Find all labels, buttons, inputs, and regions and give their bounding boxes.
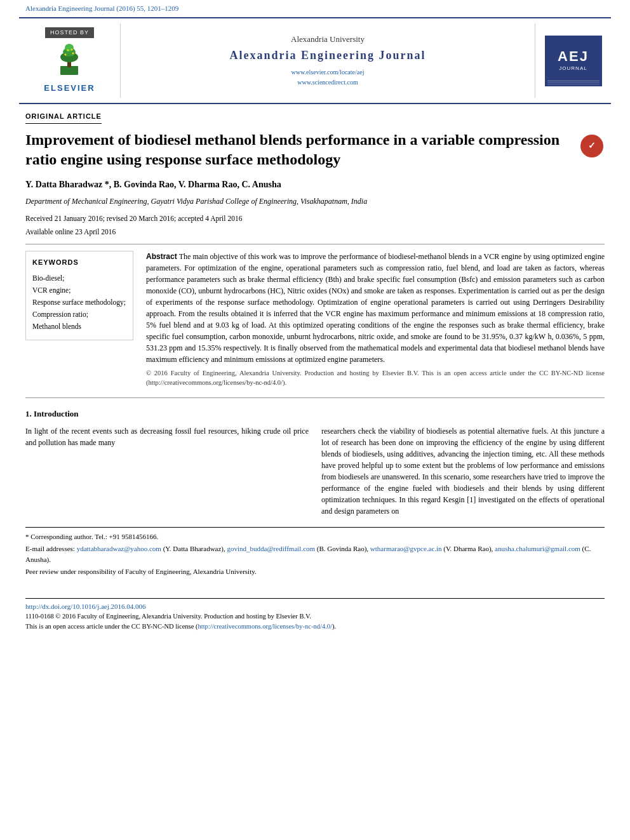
email1-name: (Y. Datta Bharadwaz), xyxy=(163,545,225,552)
intro-title: Introduction xyxy=(34,409,79,418)
svg-rect-0 xyxy=(60,66,78,75)
section-divider xyxy=(25,397,605,398)
keywords-abstract-section: KEYWORDS Bio-diesel; VCR engine; Respons… xyxy=(25,251,605,387)
footer-copyright2-text: This is an open access article under the… xyxy=(25,623,198,630)
elsevier-logo: ELSEVIER xyxy=(44,42,95,94)
svg-point-8 xyxy=(70,48,72,50)
copyright-text: © 2016 Faculty of Engineering, Alexandri… xyxy=(146,370,605,386)
email-label: E-mail addresses: xyxy=(25,545,75,552)
url2[interactable]: www.sciencedirect.com xyxy=(292,77,365,88)
journal-citation[interactable]: Alexandria Engineering Journal (2016) 55… xyxy=(0,0,630,17)
university-name: Alexandria University xyxy=(291,34,365,45)
journal-citation-text: Alexandria Engineering Journal (2016) 55… xyxy=(25,4,178,12)
email2[interactable]: govind_budda@rediffmail.com xyxy=(227,545,316,552)
abstract-label: Abstract xyxy=(146,252,177,261)
hosted-by-label: HOSTED BY xyxy=(45,27,94,38)
affiliation: Department of Mechanical Engineering, Ga… xyxy=(25,196,605,207)
intro-body: In light of the recent events such as de… xyxy=(25,425,605,517)
abstract-section: Abstract The main objective of this work… xyxy=(146,251,605,365)
email3[interactable]: wtharmarao@gvpce.ac.in xyxy=(370,545,442,552)
footnote-star: * Corresponding author. Tel.: +91 958145… xyxy=(25,531,605,542)
svg-point-7 xyxy=(67,49,69,51)
email2-name: (B. Govinda Rao), xyxy=(317,545,368,552)
elsevier-name: ELSEVIER xyxy=(44,83,95,94)
svg-point-6 xyxy=(72,52,74,54)
elsevier-tree-icon xyxy=(49,42,90,80)
url1[interactable]: www.elsevier.com/locate/aej xyxy=(292,67,365,77)
title-row: Improvement of biodiesel methanol blends… xyxy=(25,130,605,170)
intro-right-col: researchers check the viability of biodi… xyxy=(321,425,605,517)
keyword-3: Response surface methodology; xyxy=(32,297,126,307)
intro-left-text: In light of the recent events such as de… xyxy=(25,425,309,448)
footer-copyright1: 1110-0168 © 2016 Faculty of Engineering,… xyxy=(25,611,605,622)
license-link[interactable]: http://creativecommons.org/licenses/by-n… xyxy=(198,623,332,630)
divider xyxy=(25,244,605,244)
email3-name: (V. Dharma Rao), xyxy=(443,545,493,552)
aej-letters: AEJ xyxy=(558,50,589,63)
header-urls: www.elsevier.com/locate/aej www.scienced… xyxy=(292,67,365,88)
footer-copyright2: This is an open access article under the… xyxy=(25,622,605,632)
article-type: ORIGINAL ARTICLE xyxy=(25,112,102,123)
page-footer: http://dx.doi.org/10.1016/j.aej.2016.04.… xyxy=(25,598,605,632)
article-title: Improvement of biodiesel methanol blends… xyxy=(25,130,579,170)
intro-header: 1. Introduction xyxy=(25,408,605,420)
abstract-col: Abstract The main objective of this work… xyxy=(146,251,605,387)
intro-number: 1. xyxy=(25,409,32,418)
intro-left-col: In light of the recent events such as de… xyxy=(25,425,309,517)
abstract-text: The main objective of this work was to i… xyxy=(146,252,605,364)
keyword-1: Bio-diesel; xyxy=(32,273,126,283)
footnotes: * Corresponding author. Tel.: +91 958145… xyxy=(25,527,605,577)
elsevier-section: HOSTED BY ELSEV xyxy=(19,23,121,98)
intro-right-text: researchers check the viability of biodi… xyxy=(321,425,605,517)
keyword-5: Methanol blends xyxy=(32,321,126,331)
aej-journal-text: JOURNAL xyxy=(559,65,587,72)
doi-link[interactable]: http://dx.doi.org/10.1016/j.aej.2016.04.… xyxy=(25,601,605,612)
authors: Y. Datta Bharadwaz *, B. Govinda Rao, V.… xyxy=(25,178,605,191)
email1[interactable]: ydattabharadwaz@yahoo.com xyxy=(77,545,161,552)
journal-header: HOSTED BY ELSEV xyxy=(19,17,611,104)
article-content: ORIGINAL ARTICLE Improvement of biodiese… xyxy=(0,104,630,592)
keywords-box: KEYWORDS Bio-diesel; VCR engine; Respons… xyxy=(25,251,133,340)
crossmark-icon: ✓ xyxy=(580,135,603,157)
footer-copyright3-text: ). xyxy=(332,623,336,630)
keyword-4: Compression ratio; xyxy=(32,309,126,319)
keywords-col: KEYWORDS Bio-diesel; VCR engine; Respons… xyxy=(25,251,133,387)
crossmark-badge[interactable]: ✓ xyxy=(579,133,605,159)
header-center: Alexandria University Alexandria Enginee… xyxy=(121,23,535,98)
footnote-emails: E-mail addresses: ydattabharadwaz@yahoo.… xyxy=(25,543,605,564)
svg-point-5 xyxy=(64,53,66,55)
journal-name: Alexandria Engineering Journal xyxy=(229,48,426,63)
aej-logo-section: AEJ JOURNAL xyxy=(535,23,611,98)
abstract-copyright: © 2016 Faculty of Engineering, Alexandri… xyxy=(146,369,605,387)
available-date: Available online 23 April 2016 xyxy=(25,226,605,237)
aej-logo: AEJ JOURNAL xyxy=(545,36,602,86)
page: Alexandria Engineering Journal (2016) 55… xyxy=(0,0,630,840)
keywords-title: KEYWORDS xyxy=(32,258,126,267)
received-date: Received 21 January 2016; revised 20 Mar… xyxy=(25,213,605,224)
keyword-2: VCR engine; xyxy=(32,285,126,295)
peer-review: Peer review under responsibility of Facu… xyxy=(25,566,605,577)
email4[interactable]: anusha.chalumuri@gmail.com xyxy=(495,545,580,552)
